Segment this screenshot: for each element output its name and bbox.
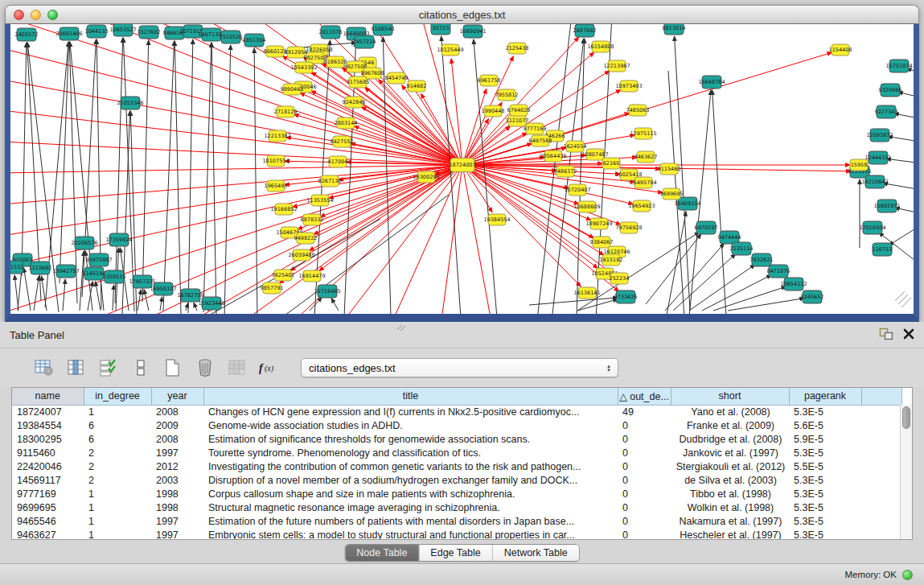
table-settings-button[interactable]	[32, 356, 56, 380]
graph-node[interactable]: 15958	[850, 159, 868, 171]
zoom-window-button[interactable]	[47, 10, 58, 20]
graph-node[interactable]: 18300295	[413, 171, 439, 183]
graph-node[interactable]: 16958107	[150, 282, 176, 295]
citation-edge-black[interactable]	[713, 90, 726, 314]
graph-node[interactable]: 2125438	[506, 43, 529, 54]
column-header-spacer[interactable]	[861, 388, 901, 405]
graph-node[interactable]: 6794028	[507, 105, 531, 116]
citation-edge-black[interactable]	[889, 225, 914, 245]
graph-node[interactable]: 417004	[328, 156, 348, 167]
graph-node[interactable]: 16690941	[459, 25, 486, 38]
citation-edge-black[interactable]	[14, 275, 18, 311]
close-panel-icon[interactable]	[903, 328, 914, 340]
column-header-△ out_de...[interactable]: △ out_de...	[618, 388, 671, 405]
table-row[interactable]: 1938455462009Genome-wide association stu…	[12, 418, 901, 432]
citation-edge-black[interactable]	[22, 43, 27, 276]
graph-node[interactable]: 2135114	[730, 242, 754, 255]
graph-node[interactable]: 9699695	[660, 188, 684, 200]
column-header-pagerank[interactable]: pagerank	[789, 388, 861, 405]
graph-node[interactable]: 19166852	[270, 204, 297, 215]
graph-node[interactable]: 16648784	[698, 76, 725, 89]
citation-edge-black[interactable]	[113, 285, 114, 311]
graph-node[interactable]: 12213967	[603, 60, 630, 72]
citation-edge-red[interactable]	[311, 91, 462, 165]
graph-node[interactable]: 116753	[873, 243, 893, 256]
canvas-resize-grip[interactable]	[895, 291, 911, 307]
table-source-dropdown[interactable]: citations_edges.txt ▴▾	[301, 358, 618, 377]
minimize-window-button[interactable]	[31, 10, 41, 20]
table-row[interactable]: 946554611997Estimation of the future num…	[12, 514, 901, 528]
new-column-button[interactable]	[161, 356, 185, 380]
graph-node[interactable]: 3175685	[347, 76, 370, 88]
citation-edge-black[interactable]	[186, 303, 188, 311]
citation-edge-red[interactable]	[300, 93, 462, 165]
graph-node[interactable]: 12975115	[630, 128, 656, 139]
graph-node[interactable]: 62160	[602, 158, 620, 169]
column-header-in_degree[interactable]: in_degree	[84, 388, 151, 405]
graph-node[interactable]: 9106540	[372, 24, 395, 35]
graph-node[interactable]: 1527602	[138, 26, 161, 39]
citation-edge-black[interactable]	[163, 41, 175, 311]
graph-node[interactable]: 1154408	[829, 44, 852, 56]
graph-hub-node[interactable]: 18724007	[449, 159, 475, 172]
graph-node[interactable]: 9227343	[875, 105, 898, 118]
graph-node[interactable]: 7955812	[495, 89, 519, 101]
graph-node[interactable]: 8267130	[318, 175, 342, 187]
citation-edge-black[interactable]	[188, 39, 193, 313]
table-row[interactable]: 911546021997Tourette syndrome. Phenomeno…	[12, 446, 901, 459]
graph-node[interactable]: 12444151	[864, 151, 891, 164]
graph-node[interactable]: 8660123	[264, 46, 287, 57]
graph-node[interactable]: 8471876	[767, 265, 791, 278]
citation-edge-black[interactable]	[34, 276, 39, 311]
graph-node[interactable]: 17016504	[859, 221, 885, 234]
splitter-grip-icon[interactable]	[396, 323, 407, 332]
graph-node[interactable]: 12093872	[866, 129, 893, 142]
graph-node[interactable]: 7485063	[626, 105, 650, 116]
graph-node[interactable]: 9890463	[281, 84, 304, 95]
graph-node[interactable]: 20691406	[55, 27, 82, 40]
graph-node[interactable]: 9115460	[658, 163, 681, 175]
citation-edge-black[interactable]	[203, 43, 211, 312]
citation-edge-black[interactable]	[673, 254, 736, 311]
float-panel-icon[interactable]	[879, 328, 893, 340]
graph-node[interactable]: 16914479	[298, 270, 325, 282]
close-window-button[interactable]	[14, 10, 24, 20]
table-row[interactable]: 1830029562008Estimation of significance …	[12, 432, 901, 446]
citation-edge-black[interactable]	[194, 303, 197, 311]
column-header-short[interactable]: short	[671, 388, 789, 405]
graph-node[interactable]: 9733426	[614, 290, 638, 303]
column-header-name[interactable]: name	[12, 388, 84, 405]
citation-edge-black[interactable]	[142, 40, 149, 302]
graph-node[interactable]: 26039488	[288, 249, 314, 261]
graph-node[interactable]: 9245652	[801, 290, 824, 303]
citation-edge-red[interactable]	[10, 24, 462, 165]
graph-node[interactable]: 1115682	[29, 262, 52, 274]
table-row[interactable]: 2242004622012Investigating the contribut…	[12, 459, 901, 473]
graph-node[interactable]: 15716485	[314, 285, 340, 298]
citation-edge-red[interactable]	[462, 165, 581, 286]
graph-node[interactable]: 252234	[610, 273, 630, 284]
show-column-button[interactable]	[64, 356, 88, 380]
graph-node[interactable]: 7625402	[272, 270, 295, 281]
graph-node[interactable]: 19384554	[483, 214, 510, 225]
graph-node[interactable]: 2803144	[335, 117, 358, 129]
graph-node[interactable]: 9777169	[524, 123, 547, 134]
tab-edge-table[interactable]: Edge Table	[419, 545, 492, 561]
graph-node[interactable]: 93975887	[85, 253, 112, 266]
graph-node[interactable]: 8454749	[385, 72, 409, 84]
citation-edge-black[interactable]	[144, 290, 149, 311]
graph-node[interactable]: 10973493	[615, 80, 642, 92]
graph-node[interactable]: 15692971	[873, 200, 900, 212]
table-row[interactable]: 1872400712008Changes of HCN gene express…	[12, 405, 901, 418]
graph-node[interactable]: 20206576	[71, 237, 97, 249]
graph-node[interactable]: 19654923	[628, 200, 655, 212]
citation-edge-black[interactable]	[175, 41, 181, 314]
graph-node[interactable]: 7515526	[220, 31, 243, 43]
graph-node[interactable]: 13942757	[52, 265, 79, 278]
graph-node[interactable]: 12923448	[198, 297, 224, 310]
citation-edge-red[interactable]	[437, 165, 462, 314]
graph-node[interactable]: 1121077	[506, 115, 529, 126]
window-titlebar[interactable]: citations_edges.txt	[5, 5, 919, 24]
graph-node[interactable]: 1965493	[265, 180, 288, 192]
graph-node[interactable]: 6497568	[529, 135, 552, 146]
